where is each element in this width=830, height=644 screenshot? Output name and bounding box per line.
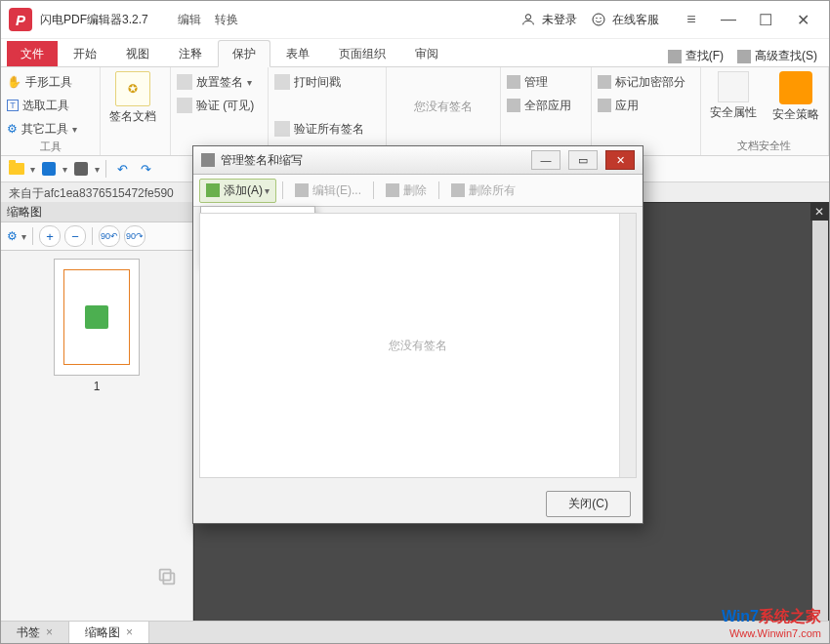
sign-doc-button[interactable]: ✪签名文档 <box>106 71 159 125</box>
delete-icon <box>386 183 399 197</box>
app-icon: P <box>9 8 32 31</box>
restore-button[interactable]: 全部应用 <box>507 95 571 116</box>
undo-button[interactable]: ↶ <box>112 159 132 179</box>
titlebar: P 闪电PDF编辑器3.2.7 编辑 转换 未登录 在线客服 ≡ — ☐ ✕ <box>1 1 829 39</box>
close-button[interactable]: 关闭(C) <box>546 491 631 517</box>
dialog-close[interactable]: ✕ <box>605 150 635 170</box>
tab-form[interactable]: 表单 <box>272 41 323 66</box>
dialog-titlebar[interactable]: 管理签名和缩写 — ▭ ✕ <box>193 146 643 175</box>
svg-rect-4 <box>163 573 174 584</box>
tools-caption: 工具 <box>7 140 94 154</box>
tab-file[interactable]: 文件 <box>7 41 58 66</box>
apply-icon <box>598 99 611 112</box>
other-tools[interactable]: ⚙其它工具▾ <box>7 118 77 140</box>
edit-icon <box>295 183 309 197</box>
print-button[interactable] <box>71 159 91 179</box>
svg-point-2 <box>597 18 598 19</box>
tab-bookmark[interactable]: 书签× <box>1 622 69 643</box>
delete-all-button[interactable]: 删除所有 <box>445 180 521 202</box>
smile-icon <box>591 12 606 27</box>
dialog-toolbar: 添加(A)▾ 编辑(E)... 删除 删除所有 <box>193 175 643 207</box>
add-icon <box>206 183 220 197</box>
delete-button[interactable]: 删除 <box>380 180 433 202</box>
thumb-options[interactable]: ⚙ <box>7 229 18 243</box>
app-title: 闪电PDF编辑器3.2.7 <box>40 12 148 28</box>
rotate-left[interactable]: 90↶ <box>99 225 120 247</box>
manage-signatures-dialog: 管理签名和缩写 — ▭ ✕ 添加(A)▾ 编辑(E)... 删除 删除所有 从文… <box>192 145 643 524</box>
tab-review[interactable]: 审阅 <box>401 41 452 66</box>
close-icon[interactable]: × <box>46 625 53 639</box>
app-window: P 闪电PDF编辑器3.2.7 编辑 转换 未登录 在线客服 ≡ — ☐ ✕ 文… <box>0 0 830 644</box>
open-button[interactable] <box>7 159 26 179</box>
mini-menu: 编辑 转换 <box>178 12 238 28</box>
verify-visible[interactable]: 验证 (可见) <box>177 95 254 116</box>
user-login[interactable]: 未登录 <box>520 12 577 28</box>
tab-protect[interactable]: 保护 <box>218 40 270 67</box>
dialog-footer: 关闭(C) <box>193 484 643 523</box>
mark-button[interactable]: 标记加密部分 <box>598 71 685 93</box>
mark-icon <box>598 75 611 89</box>
canvas-scrollbar[interactable] <box>812 221 828 621</box>
select-tool[interactable]: T选取工具 <box>7 95 77 116</box>
tab-note[interactable]: 注释 <box>165 41 216 66</box>
sig-icon <box>177 74 192 90</box>
copy-icon[interactable] <box>151 561 183 592</box>
zoom-out[interactable]: − <box>64 225 86 247</box>
find-icon <box>668 50 682 63</box>
folder-icon <box>9 163 24 175</box>
close-button[interactable]: ✕ <box>784 5 821 34</box>
adv-find-button[interactable]: 高级查找(S) <box>733 46 821 66</box>
add-button[interactable]: 添加(A)▾ <box>199 179 276 203</box>
page-thumbnail[interactable] <box>54 259 140 376</box>
manage-button[interactable]: 管理 <box>507 71 571 93</box>
zoom-in[interactable]: + <box>39 225 61 247</box>
canvas-close[interactable]: ✕ <box>810 203 828 221</box>
adv-find-icon <box>737 50 751 63</box>
thumbnail-panel: 缩略图 ⚙▾ + − 90↶ 90↷ 1 <box>1 202 193 622</box>
place-signature[interactable]: 放置签名▾ <box>177 71 254 93</box>
dialog-icon <box>201 153 215 167</box>
tab-start[interactable]: 开始 <box>60 41 110 66</box>
svg-point-3 <box>601 18 602 19</box>
close-icon[interactable]: × <box>126 625 133 639</box>
thumb-tools: ⚙▾ + − 90↶ 90↷ <box>1 222 192 251</box>
minimize-button[interactable]: — <box>710 5 747 34</box>
empty-message: 您没有签名 <box>389 338 447 354</box>
dialog-title: 管理签名和缩写 <box>221 152 303 169</box>
manage-icon <box>507 75 520 89</box>
maximize-button[interactable]: ☐ <box>747 5 784 34</box>
security-props[interactable]: 安全属性 <box>707 71 760 121</box>
save-icon <box>42 162 56 176</box>
hamburger-icon[interactable]: ≡ <box>673 5 710 34</box>
print-icon <box>74 162 88 176</box>
mini-edit[interactable]: 编辑 <box>178 12 201 28</box>
tab-view[interactable]: 视图 <box>112 41 163 66</box>
main-tabs: 文件 开始 视图 注释 保护 表单 页面组织 审阅 查找(F) 高级查找(S) <box>1 39 829 67</box>
dialog-scrollbar[interactable] <box>619 214 636 477</box>
tab-page[interactable]: 页面组织 <box>325 41 399 66</box>
verify-all[interactable]: 验证所有签名 <box>274 118 364 140</box>
apply-button[interactable]: 应用 <box>598 95 685 116</box>
check-icon <box>177 98 192 113</box>
redo-button[interactable]: ↷ <box>136 159 155 179</box>
security-policy[interactable]: 安全策略 <box>769 71 822 123</box>
dialog-minimize[interactable]: — <box>531 150 560 170</box>
timestamp[interactable]: 打时间戳 <box>274 71 364 93</box>
mini-convert[interactable]: 转换 <box>215 12 238 28</box>
restore-icon <box>507 99 520 112</box>
bottom-tabs: 书签× 缩略图× <box>1 621 829 643</box>
security-caption: 文档安全性 <box>707 139 822 153</box>
delete-all-icon <box>451 183 465 197</box>
save-button[interactable] <box>39 159 59 179</box>
edit-button[interactable]: 编辑(E)... <box>289 180 367 202</box>
doc-icon <box>718 71 749 102</box>
user-icon <box>520 12 536 27</box>
page-number: 1 <box>94 380 101 393</box>
ribbon: ✋手形工具 T选取工具 ⚙其它工具▾ 工具 ✪签名文档 放置签名▾ 验证 (可见… <box>1 67 829 156</box>
dialog-maximize[interactable]: ▭ <box>568 150 598 170</box>
rotate-right[interactable]: 90↷ <box>124 225 145 247</box>
tab-thumbnails[interactable]: 缩略图× <box>69 622 149 643</box>
hand-tool[interactable]: ✋手形工具 <box>7 71 77 93</box>
find-button[interactable]: 查找(F) <box>664 46 727 66</box>
online-service[interactable]: 在线客服 <box>591 12 659 28</box>
